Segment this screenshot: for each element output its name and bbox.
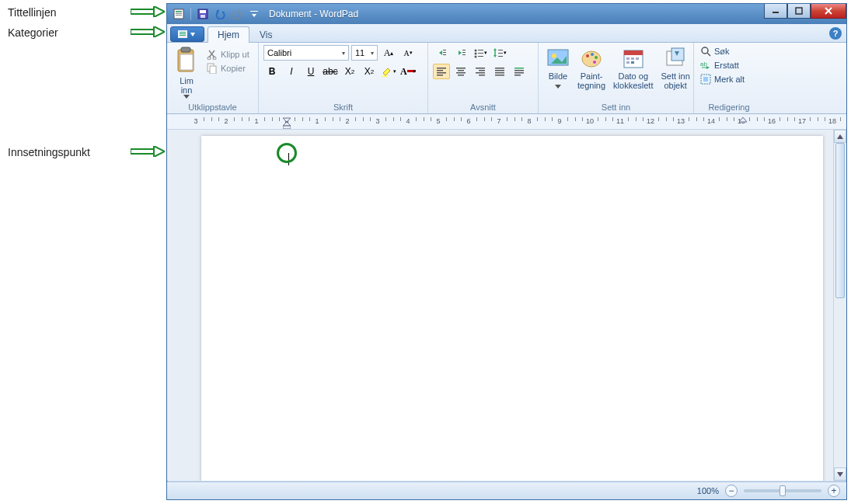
svg-marker-48 <box>494 55 497 57</box>
maximize-button[interactable] <box>787 4 811 19</box>
svg-marker-100 <box>837 134 843 139</box>
vertical-scrollbar[interactable] <box>833 130 846 481</box>
redo-icon[interactable] <box>230 7 244 21</box>
document-page[interactable] <box>201 136 823 481</box>
minimize-button[interactable] <box>764 4 787 19</box>
group-insert-label: Sett inn <box>543 101 689 113</box>
zoom-slider[interactable] <box>744 489 821 492</box>
svg-rect-59 <box>458 75 464 76</box>
line-spacing-button[interactable]: ▾ <box>491 45 508 61</box>
insert-picture-button[interactable]: Bilde <box>543 45 573 92</box>
svg-marker-1 <box>154 6 165 17</box>
bullets-button[interactable]: ▾ <box>472 45 489 61</box>
svg-rect-36 <box>443 54 446 55</box>
svg-rect-58 <box>456 72 466 74</box>
svg-rect-15 <box>250 11 258 12</box>
paste-button[interactable]: Lim inn <box>172 45 201 100</box>
font-size-combo[interactable]: 11▾ <box>351 45 378 61</box>
object-icon <box>664 47 687 70</box>
svg-rect-25 <box>181 47 190 52</box>
align-left-button[interactable] <box>433 64 450 79</box>
svg-rect-8 <box>176 13 182 14</box>
copy-button[interactable]: Kopier <box>204 62 252 75</box>
tab-view[interactable]: Vis <box>249 26 282 43</box>
palette-icon <box>580 47 603 70</box>
insert-object-button[interactable]: Sett inn objekt <box>657 45 692 92</box>
zoom-slider-thumb[interactable] <box>780 485 786 496</box>
insert-paint-button[interactable]: Paint- tegning <box>574 45 609 92</box>
svg-rect-60 <box>476 68 485 69</box>
first-line-indent-marker[interactable] <box>283 115 291 129</box>
scroll-down-button[interactable] <box>834 468 846 481</box>
document-area[interactable] <box>167 130 833 481</box>
svg-rect-34 <box>443 50 446 50</box>
svg-rect-42 <box>478 50 483 50</box>
align-center-button[interactable] <box>452 64 469 79</box>
svg-rect-87 <box>631 61 634 64</box>
file-menu-icon <box>176 30 198 39</box>
shrink-font-button[interactable]: A▾ <box>399 45 417 61</box>
tab-home[interactable]: Hjem <box>208 26 249 43</box>
paragraph-dialog-button[interactable] <box>511 64 528 79</box>
titlebar[interactable]: Dokument - WordPad <box>167 4 846 24</box>
qat-customize-icon[interactable] <box>247 7 261 21</box>
svg-marker-93 <box>706 66 710 69</box>
file-menu-button[interactable] <box>170 26 204 42</box>
search-icon <box>700 46 711 57</box>
strikethrough-button[interactable]: abє <box>322 64 339 79</box>
svg-rect-44 <box>478 53 483 54</box>
align-right-button[interactable] <box>472 64 489 79</box>
scroll-up-button[interactable] <box>834 130 846 143</box>
svg-rect-21 <box>180 33 186 34</box>
bold-button[interactable]: B <box>263 64 281 79</box>
app-icon[interactable] <box>172 7 186 21</box>
scroll-thumb[interactable] <box>835 143 845 298</box>
cut-button[interactable]: Klipp ut <box>204 48 252 61</box>
svg-rect-7 <box>176 11 182 12</box>
italic-button[interactable]: I <box>283 64 300 79</box>
svg-rect-31 <box>210 66 216 74</box>
annotation-titlebar: Tittellinjen <box>8 6 57 19</box>
svg-point-45 <box>475 56 477 58</box>
svg-point-91 <box>702 47 708 54</box>
svg-point-41 <box>475 50 477 52</box>
wordpad-window: Dokument - WordPad Hjem Vis ? Lim inn <box>166 3 847 500</box>
svg-rect-55 <box>437 75 443 76</box>
decrease-indent-button[interactable] <box>433 45 450 61</box>
underline-button[interactable]: U <box>302 64 319 79</box>
justify-button[interactable] <box>491 64 508 79</box>
zoom-in-button[interactable]: + <box>828 485 840 497</box>
svg-rect-61 <box>479 70 485 71</box>
svg-rect-18 <box>796 8 802 14</box>
undo-icon[interactable] <box>213 7 227 21</box>
svg-marker-101 <box>837 472 843 477</box>
save-icon[interactable] <box>196 7 210 21</box>
svg-rect-50 <box>498 53 503 54</box>
right-indent-marker[interactable] <box>739 115 747 123</box>
replace-button[interactable]: ab Erstatt <box>699 59 741 71</box>
find-button[interactable]: Søk <box>699 45 731 57</box>
font-color-button[interactable]: A▾ <box>399 64 417 79</box>
horizontal-ruler[interactable]: 3210123456789101112131415161718 <box>167 114 846 130</box>
arrow-icon <box>131 146 165 157</box>
zoom-out-button[interactable]: − <box>725 485 738 497</box>
superscript-button[interactable]: X2 <box>361 64 378 79</box>
svg-rect-71 <box>514 75 521 76</box>
grow-font-button[interactable]: A▴ <box>380 45 397 61</box>
highlight-button[interactable]: ▾ <box>380 64 397 79</box>
chevron-down-icon <box>183 95 190 99</box>
increase-indent-button[interactable] <box>452 45 469 61</box>
svg-rect-95 <box>703 77 708 82</box>
svg-point-79 <box>595 56 598 59</box>
font-family-combo[interactable]: Calibri▾ <box>263 45 349 61</box>
arrow-icon <box>131 6 165 17</box>
select-all-button[interactable]: Merk alt <box>699 73 746 85</box>
help-icon[interactable]: ? <box>829 27 842 40</box>
svg-rect-82 <box>624 50 643 55</box>
insert-datetime-button[interactable]: Dato og klokkeslett <box>610 45 656 92</box>
svg-marker-5 <box>154 146 165 157</box>
close-button[interactable] <box>811 4 846 19</box>
svg-rect-39 <box>462 52 466 53</box>
subscript-button[interactable]: X2 <box>341 64 358 79</box>
svg-marker-99 <box>739 117 747 122</box>
